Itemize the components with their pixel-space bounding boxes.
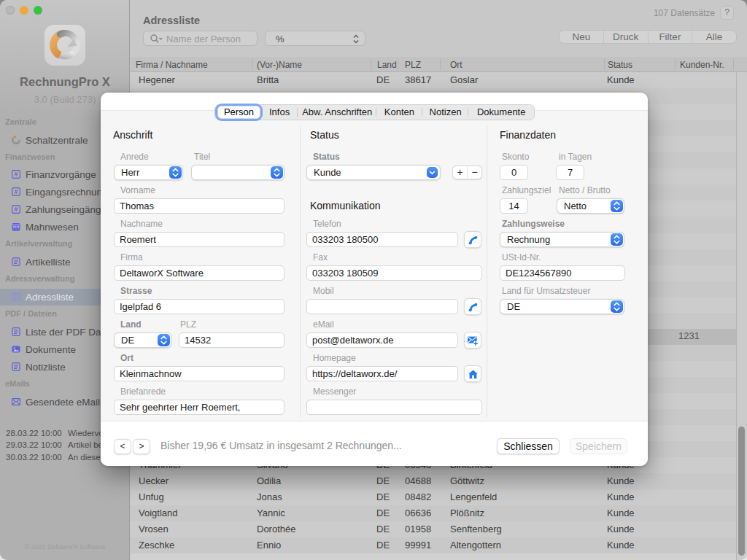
- svg-text:#: #: [15, 171, 18, 178]
- svg-text:#: #: [15, 188, 18, 195]
- svg-text:#: #: [15, 206, 18, 213]
